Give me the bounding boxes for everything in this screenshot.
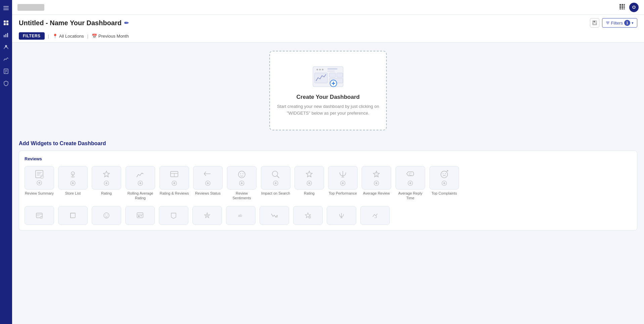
widget-thumb-review-summary[interactable] xyxy=(25,166,54,190)
svg-rect-121 xyxy=(140,215,142,216)
widget-thumb-review-sentiments[interactable] xyxy=(227,166,257,190)
edit-title-icon[interactable]: ✏ xyxy=(124,20,129,26)
filters-tag-button[interactable]: FILTERS xyxy=(19,32,45,40)
widget-thumb-rating-2[interactable] xyxy=(294,166,324,190)
svg-text:ab: ab xyxy=(238,213,242,217)
widget-label-rating-2: Rating xyxy=(304,191,315,196)
sidebar-item-dashboard[interactable] xyxy=(1,18,11,28)
svg-rect-37 xyxy=(329,73,335,77)
widget-item-store-list[interactable]: Store List xyxy=(58,166,88,201)
svg-rect-8 xyxy=(5,34,6,37)
empty-card-title: Create Your Dashboard xyxy=(296,94,360,100)
svg-rect-26 xyxy=(593,23,596,25)
svg-rect-0 xyxy=(3,6,9,7)
widgets-section: Add Widgets to Create Dashboard Reviews xyxy=(19,140,637,231)
svg-rect-7 xyxy=(4,35,5,37)
widget-item-impact-search[interactable]: Impact on Search xyxy=(261,166,290,201)
widget-thumb-rolling-avg[interactable] xyxy=(126,166,155,190)
widget-item-average-review[interactable]: Average Review xyxy=(362,166,391,201)
sidebar-item-reports[interactable] xyxy=(1,67,11,76)
sidebar xyxy=(0,0,12,324)
widgets-section-title: Add Widgets to Create Dashboard xyxy=(19,140,637,147)
filter-location-item: 📍 All Locations xyxy=(52,34,84,39)
svg-point-115 xyxy=(104,213,109,218)
widget-label-top-performance: Top Performance xyxy=(329,191,357,196)
svg-rect-36 xyxy=(315,73,327,83)
dashboard-illustration xyxy=(311,65,345,88)
widget-item-rating-reviews[interactable]: Rating & Reviews xyxy=(159,166,189,201)
svg-point-123 xyxy=(206,215,208,216)
filter-separator-2: | xyxy=(87,34,88,39)
widget-item-rating[interactable]: Rating xyxy=(92,166,121,201)
svg-point-10 xyxy=(5,45,7,47)
widget-item-top-complaints[interactable]: Top Complaints xyxy=(429,166,459,201)
save-button[interactable] xyxy=(590,18,599,28)
widgets-row-2: ab xyxy=(25,206,632,225)
svg-marker-122 xyxy=(204,213,210,218)
svg-rect-118 xyxy=(137,213,143,218)
widget-label-rating-reviews: Rating & Reviews xyxy=(160,191,189,196)
widget-label-reviews-status: Reviews Status xyxy=(195,191,221,196)
content-area: Create Your Dashboard Start creating you… xyxy=(12,43,644,244)
svg-point-75 xyxy=(238,171,245,178)
sidebar-item-security[interactable] xyxy=(1,79,11,88)
location-icon: 📍 xyxy=(52,34,58,39)
widget-thumb-impact-search[interactable] xyxy=(261,166,290,190)
filters-count-badge: 1 xyxy=(624,20,630,26)
widget-thumb-small-7[interactable]: ab xyxy=(226,206,256,225)
widget-thumb-small-4[interactable] xyxy=(125,206,155,225)
widget-thumb-avg-reply-time[interactable] xyxy=(396,166,425,190)
widget-thumb-rating-reviews[interactable] xyxy=(159,166,189,190)
widget-label-avg-reply-time: Average Reply Time xyxy=(395,191,425,201)
svg-point-105 xyxy=(445,173,446,174)
widget-thumb-reviews-status[interactable] xyxy=(193,166,223,190)
svg-line-82 xyxy=(277,176,279,178)
widget-plus-icon xyxy=(37,180,42,187)
widget-thumb-small-3[interactable] xyxy=(92,206,121,225)
calendar-icon: 📅 xyxy=(92,34,97,39)
widget-thumb-small-5[interactable] xyxy=(159,206,188,225)
widget-thumb-small-2[interactable] xyxy=(58,206,88,225)
widget-thumb-small-6[interactable] xyxy=(192,206,222,225)
widget-item-review-summary[interactable]: Review Summary xyxy=(25,166,54,201)
widget-thumb-small-9[interactable] xyxy=(293,206,323,225)
widget-item-top-performance[interactable]: Top Performance xyxy=(328,166,358,201)
empty-dashboard-card: Create Your Dashboard Start creating you… xyxy=(269,51,387,130)
svg-rect-4 xyxy=(6,21,8,23)
widget-item-avg-reply-time[interactable]: Average Reply Time xyxy=(395,166,425,201)
svg-point-103 xyxy=(441,171,448,178)
widget-thumb-average-review[interactable] xyxy=(362,166,391,190)
sidebar-item-analytics[interactable] xyxy=(1,30,11,40)
page-header: Untitled - Name Your Dashboard ✏ xyxy=(12,15,644,43)
filter-bar: FILTERS | 📍 All Locations | 📅 Previous M… xyxy=(19,30,637,42)
widget-label-rolling-avg: Rolling Average Rating xyxy=(125,191,155,201)
widget-label-average-review: Average Review xyxy=(363,191,390,196)
svg-rect-25 xyxy=(593,21,595,22)
svg-point-77 xyxy=(242,173,243,174)
filter-separator: | xyxy=(48,34,49,39)
widget-thumb-top-complaints[interactable] xyxy=(429,166,459,190)
svg-rect-34 xyxy=(327,68,337,70)
widget-thumb-small-1[interactable] xyxy=(25,206,54,225)
filters-button[interactable]: Filters 1 ▾ xyxy=(602,18,637,28)
svg-rect-38 xyxy=(337,73,343,77)
widget-thumb-rating[interactable] xyxy=(92,166,121,190)
filter-location-text: All Locations xyxy=(59,34,84,39)
widget-thumb-small-11[interactable] xyxy=(360,206,390,225)
sidebar-item-users[interactable] xyxy=(1,42,11,52)
widget-thumb-store-list[interactable] xyxy=(58,166,88,190)
widget-item-review-sentiments[interactable]: Review Sentiments xyxy=(227,166,257,201)
page-title-row: Untitled - Name Your Dashboard ✏ xyxy=(19,18,637,30)
svg-rect-3 xyxy=(4,21,6,23)
menu-icon[interactable] xyxy=(1,3,11,13)
widget-thumb-small-8[interactable] xyxy=(260,206,289,225)
sidebar-item-performance[interactable] xyxy=(1,54,11,64)
widget-category-label: Reviews xyxy=(25,156,632,161)
widget-item-rating-2[interactable]: Rating xyxy=(294,166,324,201)
widget-item-reviews-status[interactable]: Reviews Status xyxy=(193,166,223,201)
widget-thumb-top-performance[interactable] xyxy=(328,166,358,190)
widget-label-impact-search: Impact on Search xyxy=(261,191,290,196)
widget-thumb-small-10[interactable] xyxy=(327,206,356,225)
svg-rect-35 xyxy=(327,71,335,72)
widget-item-rolling-avg[interactable]: Rolling Average Rating xyxy=(125,166,155,201)
